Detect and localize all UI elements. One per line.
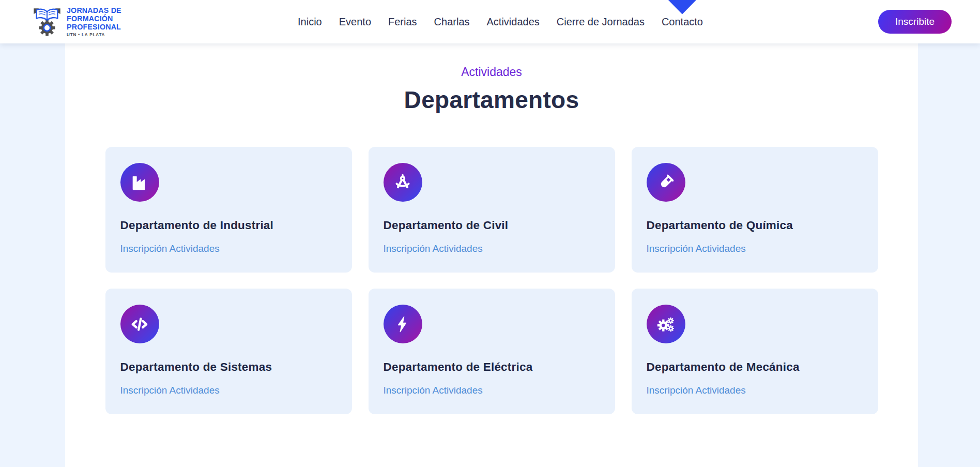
test-tube-icon bbox=[647, 163, 685, 202]
brand-line: FORMACIÓN bbox=[67, 14, 121, 23]
brand-subtitle: UTN • LA PLATA bbox=[67, 32, 121, 37]
department-card-civil: Departamento de Civil Inscripción Activi… bbox=[369, 147, 615, 273]
lightning-icon bbox=[384, 305, 422, 343]
brand-logo[interactable]: JORNADAS DE FORMACIÓN PROFESIONAL UTN • … bbox=[32, 6, 124, 37]
gears-icon bbox=[647, 305, 685, 343]
card-title: Departamento de Química bbox=[647, 219, 863, 232]
card-title: Departamento de Mecánica bbox=[647, 360, 863, 374]
department-card-quimica: Departamento de Química Inscripción Acti… bbox=[632, 147, 878, 273]
active-section-arrow-icon bbox=[668, 0, 696, 14]
main-nav: Inicio Evento Ferias Charlas Actividades… bbox=[298, 0, 703, 43]
department-card-sistemas: Departamento de Sistemas Inscripción Act… bbox=[105, 289, 352, 414]
nav-item-label: Contacto bbox=[662, 16, 703, 27]
brand-line: JORNADAS DE bbox=[67, 6, 121, 14]
code-icon bbox=[120, 305, 159, 343]
nav-item-cierre-de-jornadas[interactable]: Cierre de Jornadas bbox=[557, 16, 645, 28]
section-eyebrow: Actividades bbox=[65, 43, 918, 79]
brand-line: PROFESIONAL bbox=[67, 23, 121, 31]
content-area: Actividades Departamentos Departamento d… bbox=[65, 43, 918, 467]
inscribite-button[interactable]: Inscribite bbox=[878, 10, 952, 34]
department-card-mecanica: Departamento de Mecánica Inscripción Act… bbox=[632, 289, 878, 414]
card-title: Departamento de Sistemas bbox=[120, 360, 336, 374]
brand-wordmark: JORNADAS DE FORMACIÓN PROFESIONAL UTN • … bbox=[67, 6, 121, 37]
departments-grid: Departamento de Industrial Inscripción A… bbox=[105, 147, 878, 414]
department-card-electrica: Departamento de Eléctrica Inscripción Ac… bbox=[369, 289, 615, 414]
factory-icon bbox=[120, 163, 159, 202]
inscripcion-actividades-link[interactable]: Inscripción Actividades bbox=[120, 243, 220, 254]
nav-item-evento[interactable]: Evento bbox=[339, 16, 371, 28]
nav-item-actividades[interactable]: Actividades bbox=[487, 16, 540, 28]
inscripcion-actividades-link[interactable]: Inscripción Actividades bbox=[384, 385, 483, 396]
nav-item-charlas[interactable]: Charlas bbox=[434, 16, 470, 28]
book-gear-logo-icon bbox=[32, 6, 62, 37]
card-title: Departamento de Eléctrica bbox=[384, 360, 600, 374]
card-title: Departamento de Industrial bbox=[120, 219, 336, 232]
nav-item-inicio[interactable]: Inicio bbox=[298, 16, 322, 28]
card-title: Departamento de Civil bbox=[384, 219, 600, 232]
department-card-industrial: Departamento de Industrial Inscripción A… bbox=[105, 147, 352, 273]
header: JORNADAS DE FORMACIÓN PROFESIONAL UTN • … bbox=[0, 0, 980, 43]
inscripcion-actividades-link[interactable]: Inscripción Actividades bbox=[647, 385, 746, 396]
inscripcion-actividades-link[interactable]: Inscripción Actividades bbox=[120, 385, 220, 396]
inscripcion-actividades-link[interactable]: Inscripción Actividades bbox=[384, 243, 483, 254]
nav-item-contacto[interactable]: Contacto bbox=[662, 16, 703, 28]
nav-item-ferias[interactable]: Ferias bbox=[388, 16, 417, 28]
drafting-compass-icon bbox=[384, 163, 422, 202]
inscripcion-actividades-link[interactable]: Inscripción Actividades bbox=[647, 243, 746, 254]
page-title: Departamentos bbox=[65, 86, 918, 114]
